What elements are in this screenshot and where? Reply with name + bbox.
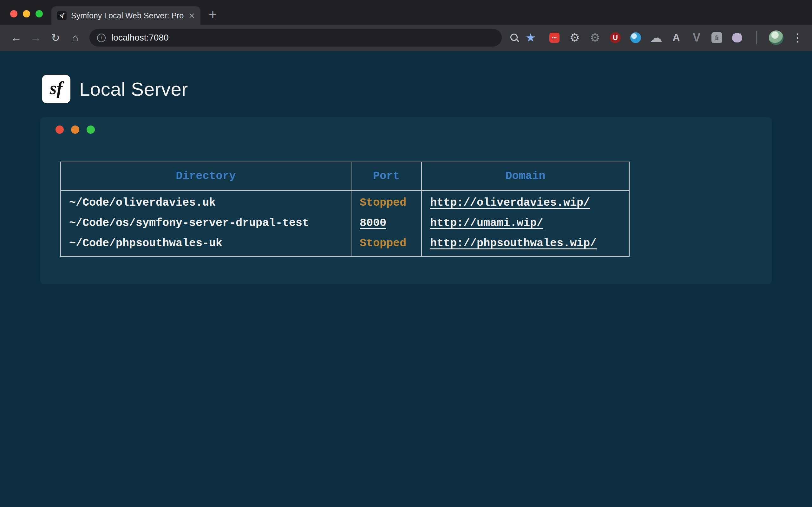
domain-link[interactable]: http://umami.wip/ — [430, 217, 543, 229]
ublock-extension-icon[interactable]: U — [608, 31, 622, 45]
letter-a-extension-icon[interactable]: A — [669, 31, 683, 45]
zoom-icon[interactable] — [507, 31, 521, 45]
back-button[interactable]: ← — [7, 31, 26, 44]
terminal-dot-green — [87, 125, 95, 134]
tab-strip: sf Symfony Local Web Server: Prox × + — [0, 0, 812, 25]
octocat-extension-icon[interactable] — [730, 31, 744, 45]
blue-circle-extension-icon[interactable] — [629, 31, 643, 45]
new-tab-button[interactable]: + — [209, 8, 217, 21]
bookmark-star-icon[interactable]: ★ — [523, 31, 539, 44]
domain-link[interactable]: http://oliverdavies.wip/ — [430, 196, 590, 209]
cloud-extension-icon[interactable]: ☁ — [649, 31, 663, 45]
ublock-extension-glyph: U — [610, 32, 621, 43]
profile-avatar[interactable] — [769, 31, 783, 45]
browser-toolbar: ← → ↻ ⌂ i localhost:7080 ★ ••• ⚙ ⚙ U ☁ A… — [0, 25, 812, 51]
page-title: Local Server — [79, 78, 188, 100]
tab-close-icon[interactable]: × — [189, 10, 195, 20]
proxy-table: Directory Port Domain ~/Code/oliverdavie… — [60, 162, 629, 257]
red-grid-extension-icon[interactable]: ••• — [548, 31, 561, 45]
octocat-extension-glyph — [732, 33, 742, 43]
extensions-row: ••• ⚙ ⚙ U ☁ A V fi ⋮ — [548, 31, 805, 45]
window-zoom-button[interactable] — [36, 10, 43, 17]
directory-cell: ~/Code/phpsouthwales-uk — [61, 233, 351, 257]
symfony-logo: sf — [42, 75, 70, 103]
directory-cell: ~/Code/oliverdavies.uk — [61, 190, 351, 213]
toolbar-separator — [756, 31, 757, 44]
port-status: Stopped — [351, 233, 421, 257]
macos-traffic-lights — [10, 10, 43, 17]
site-info-icon[interactable]: i — [97, 34, 106, 42]
directory-cell: ~/Code/os/symfony-server-drupal-test — [61, 213, 351, 233]
domain-link[interactable]: http://phpsouthwales.wip/ — [430, 237, 597, 250]
blue-circle-extension-glyph — [630, 32, 641, 43]
window-close-button[interactable] — [10, 10, 17, 17]
home-button[interactable]: ⌂ — [66, 32, 84, 44]
tab-title: Symfony Local Web Server: Prox — [71, 11, 184, 20]
red-grid-extension-glyph: ••• — [549, 33, 560, 43]
browser-menu-button[interactable]: ⋮ — [790, 31, 805, 44]
forward-button[interactable]: → — [27, 31, 45, 44]
symfony-favicon-icon: sf — [57, 11, 67, 20]
symfony-logo-glyph: sf — [50, 78, 62, 98]
gear-extension-icon[interactable]: ⚙ — [568, 31, 582, 45]
keyboard-extension-icon[interactable]: fi — [710, 31, 724, 45]
terminal-dot-orange — [71, 125, 79, 134]
table-header-row: Directory Port Domain — [61, 162, 629, 190]
header-domain: Domain — [421, 162, 629, 190]
cog-extension-icon[interactable]: ⚙ — [588, 31, 602, 45]
port-status: Stopped — [351, 190, 421, 213]
reload-button[interactable]: ↻ — [46, 32, 65, 44]
url-text[interactable]: localhost:7080 — [111, 33, 169, 43]
letter-v-extension-icon[interactable]: V — [690, 31, 704, 45]
table-row: ~/Code/oliverdavies.uk Stopped http://ol… — [61, 190, 629, 213]
url-bar[interactable]: i localhost:7080 — [90, 29, 502, 47]
table-row: ~/Code/os/symfony-server-drupal-test 800… — [61, 213, 629, 233]
port-link[interactable]: 8000 — [360, 217, 386, 229]
window-minimize-button[interactable] — [23, 10, 30, 17]
terminal-dot-red — [55, 125, 64, 134]
brand-header: sf Local Server — [0, 51, 812, 103]
header-port: Port — [351, 162, 421, 190]
keyboard-extension-glyph: fi — [711, 32, 722, 43]
terminal-card: Directory Port Domain ~/Code/oliverdavie… — [40, 117, 772, 284]
browser-tab[interactable]: sf Symfony Local Web Server: Prox × — [51, 6, 200, 25]
header-directory: Directory — [61, 162, 351, 190]
table-row: ~/Code/phpsouthwales-uk Stopped http://p… — [61, 233, 629, 257]
terminal-window-dots — [55, 125, 772, 134]
